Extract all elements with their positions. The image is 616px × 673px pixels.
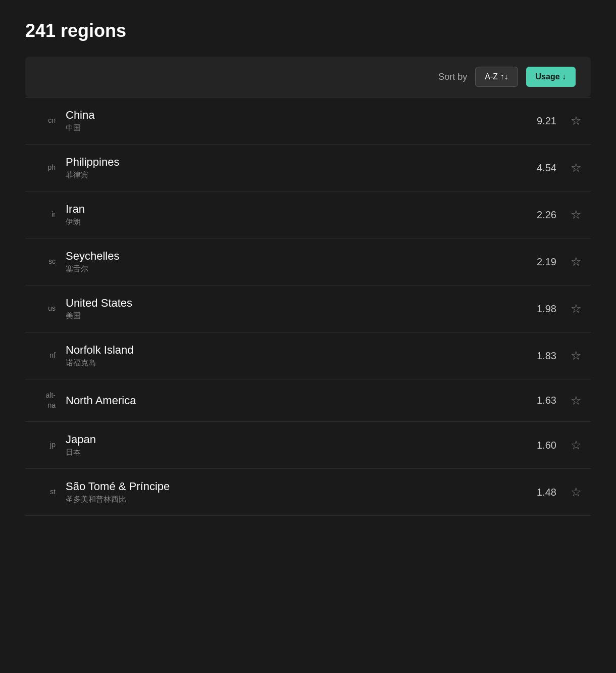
region-name: North America	[66, 394, 506, 407]
region-code: sc	[30, 257, 56, 267]
region-native-name: 伊朗	[66, 217, 506, 227]
region-name: Seychelles	[66, 250, 506, 263]
region-code: us	[30, 304, 56, 314]
table-row: scSeychelles塞舌尔2.19☆	[25, 238, 591, 285]
region-info: United States美国	[66, 297, 506, 321]
table-row: stSão Tomé & Príncipe圣多美和普林西比1.48☆	[25, 469, 591, 516]
region-info: Seychelles塞舌尔	[66, 250, 506, 274]
sort-az-button[interactable]: A-Z ↑↓	[475, 67, 518, 87]
region-info: Japan日本	[66, 433, 506, 457]
region-code: ph	[30, 163, 56, 173]
table-row: phPhilippines菲律宾4.54☆	[25, 145, 591, 191]
region-name: São Tomé & Príncipe	[66, 480, 506, 493]
table-row: alt- naNorth America1.63☆	[25, 379, 591, 422]
favorite-button[interactable]: ☆	[567, 483, 586, 501]
region-code: st	[30, 487, 56, 497]
region-native-name: 菲律宾	[66, 170, 506, 180]
region-info: Norfolk Island诺福克岛	[66, 344, 506, 368]
region-code: jp	[30, 440, 56, 450]
favorite-button[interactable]: ☆	[567, 436, 586, 454]
region-name: United States	[66, 297, 506, 310]
region-info: North America	[66, 394, 506, 407]
region-usage: 1.98	[516, 303, 556, 315]
favorite-button[interactable]: ☆	[567, 159, 586, 177]
regions-list: cnChina中国9.21☆phPhilippines菲律宾4.54☆irIra…	[25, 97, 591, 516]
region-name: Norfolk Island	[66, 344, 506, 357]
favorite-button[interactable]: ☆	[567, 112, 586, 130]
toolbar: Sort by A-Z ↑↓ Usage ↓	[25, 57, 591, 97]
table-row: usUnited States美国1.98☆	[25, 285, 591, 332]
favorite-button[interactable]: ☆	[567, 253, 586, 271]
region-native-name: 塞舌尔	[66, 264, 506, 274]
region-code: ir	[30, 210, 56, 220]
region-info: Philippines菲律宾	[66, 156, 506, 180]
sort-by-label: Sort by	[438, 72, 467, 82]
favorite-button[interactable]: ☆	[567, 206, 586, 224]
region-name: Iran	[66, 203, 506, 216]
table-row: jpJapan日本1.60☆	[25, 422, 591, 469]
region-code: nf	[30, 351, 56, 361]
region-usage: 1.48	[516, 487, 556, 498]
region-usage: 2.19	[516, 256, 556, 268]
region-native-name: 美国	[66, 311, 506, 321]
region-usage: 9.21	[516, 115, 556, 127]
region-usage: 1.63	[516, 395, 556, 406]
favorite-button[interactable]: ☆	[567, 300, 586, 318]
favorite-button[interactable]: ☆	[567, 392, 586, 410]
region-native-name: 中国	[66, 123, 506, 133]
region-code: alt- na	[30, 391, 56, 410]
region-name: Philippines	[66, 156, 506, 169]
region-usage: 2.26	[516, 209, 556, 221]
region-native-name: 诺福克岛	[66, 358, 506, 368]
region-usage: 1.83	[516, 350, 556, 362]
table-row: irIran伊朗2.26☆	[25, 191, 591, 238]
region-name: China	[66, 109, 506, 122]
table-row: cnChina中国9.21☆	[25, 98, 591, 145]
table-row: nfNorfolk Island诺福克岛1.83☆	[25, 332, 591, 379]
region-native-name: 日本	[66, 448, 506, 457]
region-usage: 4.54	[516, 162, 556, 174]
region-name: Japan	[66, 433, 506, 446]
page-title: 241 regions	[25, 20, 591, 41]
sort-usage-button[interactable]: Usage ↓	[526, 67, 576, 87]
region-info: Iran伊朗	[66, 203, 506, 227]
favorite-button[interactable]: ☆	[567, 347, 586, 365]
region-info: China中国	[66, 109, 506, 133]
region-info: São Tomé & Príncipe圣多美和普林西比	[66, 480, 506, 504]
region-native-name: 圣多美和普林西比	[66, 495, 506, 504]
region-code: cn	[30, 116, 56, 126]
region-usage: 1.60	[516, 440, 556, 451]
